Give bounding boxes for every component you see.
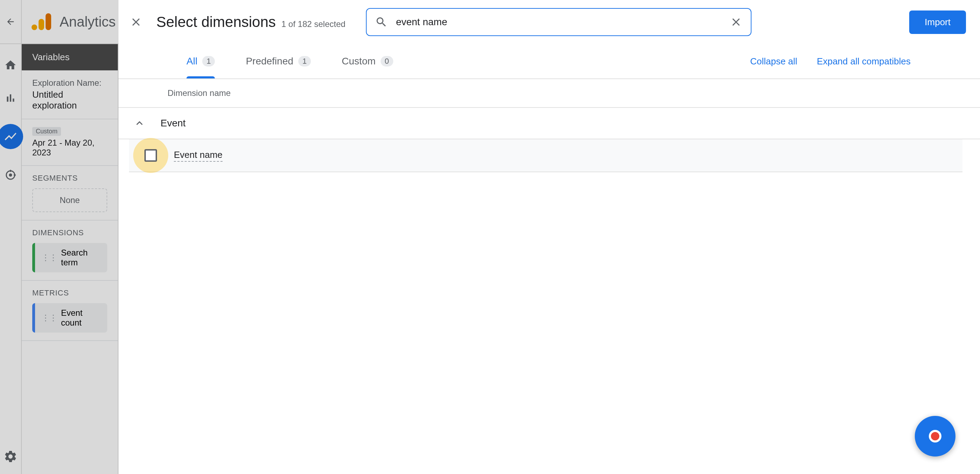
dimension-item-label: Event name: [174, 149, 223, 162]
clear-search-icon[interactable]: [730, 16, 742, 29]
tab-label: Custom: [342, 55, 375, 67]
tab-badge: 1: [298, 56, 311, 67]
search-input[interactable]: [396, 16, 721, 28]
search-box[interactable]: [366, 8, 751, 36]
tab-label: Predefined: [246, 55, 293, 67]
tab-badge: 1: [202, 56, 215, 67]
dimension-group-label: Event: [161, 117, 186, 129]
import-button[interactable]: Import: [909, 11, 966, 34]
tab-badge: 0: [381, 56, 393, 67]
tab-custom[interactable]: Custom 0: [333, 44, 402, 78]
close-button[interactable]: [129, 15, 143, 29]
search-icon: [375, 16, 388, 29]
dimension-group-event[interactable]: Event: [118, 108, 980, 140]
chevron-up-icon: [132, 116, 146, 130]
close-icon: [130, 16, 142, 29]
tab-all[interactable]: All 1: [178, 44, 223, 78]
modal-subtitle: 1 of 182 selected: [282, 19, 345, 29]
record-icon: [929, 430, 942, 442]
tab-predefined[interactable]: Predefined 1: [237, 44, 319, 78]
column-header-dimension-name: Dimension name: [118, 79, 980, 108]
tab-label: All: [186, 55, 197, 67]
dimension-item-event-name[interactable]: Event name: [129, 140, 963, 172]
record-fab[interactable]: [915, 416, 956, 457]
modal-title: Select dimensions: [156, 14, 276, 30]
checkbox-event-name[interactable]: [145, 149, 157, 162]
expand-all-button[interactable]: Expand all compatibles: [807, 56, 920, 67]
select-dimensions-modal: Select dimensions 1 of 182 selected Impo…: [118, 0, 980, 474]
collapse-all-button[interactable]: Collapse all: [740, 56, 807, 67]
